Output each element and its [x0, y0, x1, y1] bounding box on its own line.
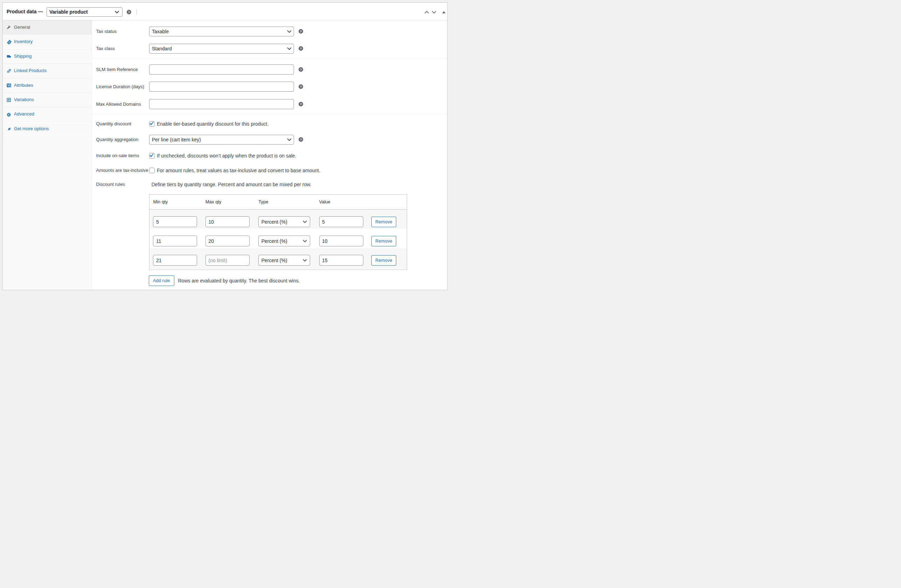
svg-text:?: ?: [299, 68, 302, 72]
svg-text:?: ?: [299, 85, 302, 89]
svg-text:?: ?: [299, 102, 302, 106]
svg-text:?: ?: [299, 138, 302, 141]
svg-text:?: ?: [299, 30, 302, 33]
svg-text:?: ?: [128, 10, 130, 14]
svg-text:?: ?: [299, 47, 302, 50]
